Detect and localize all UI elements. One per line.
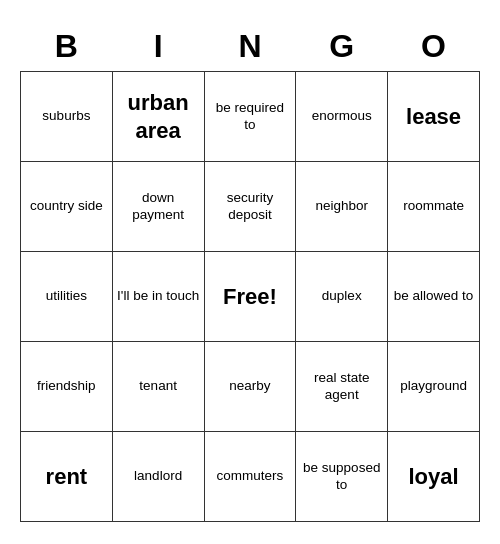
bingo-cell: loyal xyxy=(388,432,480,522)
bingo-cell: neighbor xyxy=(296,162,388,252)
bingo-cell: country side xyxy=(21,162,113,252)
bingo-header-letter: B xyxy=(21,22,113,72)
bingo-cell: rent xyxy=(21,432,113,522)
bingo-cell: urban area xyxy=(112,72,204,162)
bingo-header-letter: I xyxy=(112,22,204,72)
bingo-cell: duplex xyxy=(296,252,388,342)
bingo-cell: friendship xyxy=(21,342,113,432)
bingo-cell: I'll be in touch xyxy=(112,252,204,342)
bingo-cell: be required to xyxy=(204,72,296,162)
bingo-cell: real state agent xyxy=(296,342,388,432)
bingo-cell: playground xyxy=(388,342,480,432)
bingo-card: BINGO suburbsurban areabe required toeno… xyxy=(20,22,480,522)
bingo-header-letter: G xyxy=(296,22,388,72)
bingo-cell: utilities xyxy=(21,252,113,342)
bingo-cell: Free! xyxy=(204,252,296,342)
bingo-header-letter: O xyxy=(388,22,480,72)
bingo-cell: nearby xyxy=(204,342,296,432)
bingo-cell: landlord xyxy=(112,432,204,522)
bingo-row: rentlandlordcommutersbe supposed toloyal xyxy=(21,432,480,522)
bingo-cell: suburbs xyxy=(21,72,113,162)
bingo-cell: down payment xyxy=(112,162,204,252)
bingo-row: country sidedown paymentsecurity deposit… xyxy=(21,162,480,252)
bingo-row: suburbsurban areabe required toenormousl… xyxy=(21,72,480,162)
bingo-cell: security deposit xyxy=(204,162,296,252)
bingo-cell: be supposed to xyxy=(296,432,388,522)
bingo-cell: lease xyxy=(388,72,480,162)
bingo-cell: be allowed to xyxy=(388,252,480,342)
bingo-row: friendshiptenantnearbyreal state agentpl… xyxy=(21,342,480,432)
bingo-cell: roommate xyxy=(388,162,480,252)
bingo-cell: commuters xyxy=(204,432,296,522)
bingo-cell: tenant xyxy=(112,342,204,432)
bingo-cell: enormous xyxy=(296,72,388,162)
bingo-header: BINGO xyxy=(21,22,480,72)
bingo-header-letter: N xyxy=(204,22,296,72)
bingo-body: suburbsurban areabe required toenormousl… xyxy=(21,72,480,522)
bingo-row: utilitiesI'll be in touchFree!duplexbe a… xyxy=(21,252,480,342)
